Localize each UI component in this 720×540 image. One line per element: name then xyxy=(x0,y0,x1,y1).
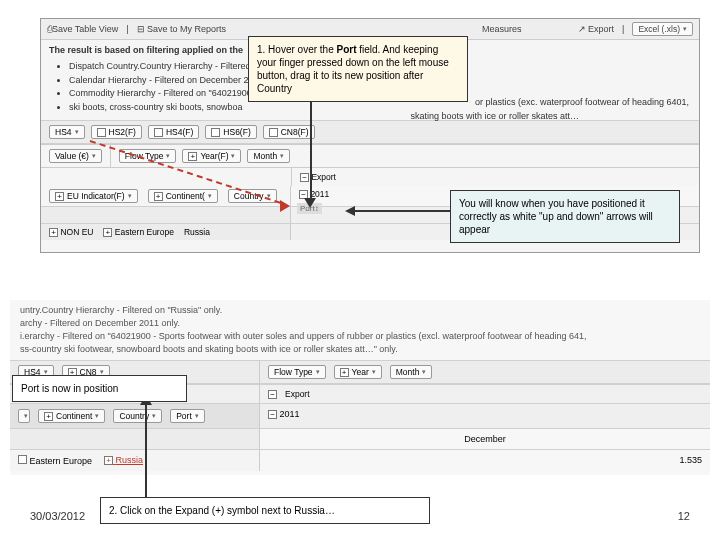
export-row: Export xyxy=(41,167,699,186)
footer-page-number: 12 xyxy=(678,510,690,522)
measures-label: Measures xyxy=(482,24,522,34)
export-cell[interactable]: Export xyxy=(311,172,336,182)
bottom-year-row: Continent Country Port 2011 xyxy=(10,404,710,429)
russia-cell[interactable]: Russia xyxy=(184,227,210,237)
port-bottom[interactable]: Port xyxy=(170,409,205,423)
year-pill[interactable]: Year(F) xyxy=(182,149,241,163)
year-val-bottom[interactable]: 2011 xyxy=(280,409,300,419)
eastern-bottom[interactable]: Eastern Europe xyxy=(30,456,93,466)
hs-row: HS4 HS2(F) HS4(F) HS6(F) CN8(F) xyxy=(41,120,699,144)
cn8f-pill[interactable]: CN8(F) xyxy=(263,125,315,139)
december-bottom: December xyxy=(260,429,710,449)
arrow-up-line-icon xyxy=(145,398,147,498)
hs4f-pill[interactable]: HS4(F) xyxy=(148,125,199,139)
arrow-down-icon xyxy=(310,100,312,200)
bottom-data-row: Eastern Europe Russia 1.535 xyxy=(10,450,710,471)
blank-pill[interactable] xyxy=(18,409,30,423)
hs2f-pill[interactable]: HS2(F) xyxy=(91,125,142,139)
callout-expand-russia: 2. Click on the Expand (+) symbol next t… xyxy=(100,497,430,524)
country-bottom[interactable]: Country xyxy=(113,409,162,423)
country-pill[interactable]: Country xyxy=(228,189,277,203)
bottom-month-row: December xyxy=(10,429,710,450)
noneu-cell[interactable]: NON EU xyxy=(60,227,93,237)
save-reports-link[interactable]: ⊟ Save to My Reports xyxy=(137,24,227,34)
footer-date: 30/03/2012 xyxy=(30,510,85,522)
callout-arrows-appear: You will know when you have positioned i… xyxy=(450,190,680,243)
month-pill[interactable]: Month xyxy=(247,149,290,163)
eastern-cell[interactable]: Eastern Europe xyxy=(115,227,174,237)
bottom-filter-text: untry.Country Hierarchy - Filtered on "R… xyxy=(10,300,710,360)
callout-hover-port: 1. Hover over the Port field. And keepin… xyxy=(248,36,468,102)
flow-type-bottom[interactable]: Flow Type xyxy=(268,365,326,379)
eu-indicator-pill[interactable]: EU Indicator(F) xyxy=(49,189,138,203)
month-bottom[interactable]: Month xyxy=(390,365,433,379)
bullet-tail2: skating boots with ice or roller skates … xyxy=(410,111,579,121)
arrowhead-down-icon xyxy=(304,198,316,208)
export-link[interactable]: ↗ Export xyxy=(578,24,615,34)
russia-bottom[interactable]: Russia xyxy=(116,455,144,465)
hs4-pill[interactable]: HS4 xyxy=(49,125,85,139)
hs6f-pill[interactable]: HS6(F) xyxy=(205,125,256,139)
arrow-left-icon xyxy=(350,210,450,212)
value-pill[interactable]: Value (€) xyxy=(49,149,102,163)
red-arrowhead-icon xyxy=(280,200,290,212)
export-format-select[interactable]: Excel (.xls) xyxy=(632,22,693,36)
save-table-view-link[interactable]: ⎙Save Table View xyxy=(47,24,118,34)
expand-russia-icon[interactable] xyxy=(104,456,113,465)
export-bottom[interactable]: Export xyxy=(285,389,310,399)
value-bottom: 1.535 xyxy=(260,450,710,471)
continent-pill[interactable]: Continent( xyxy=(148,189,218,203)
callout-port-position: Port is now in position xyxy=(12,375,187,402)
continent-bottom[interactable]: Continent xyxy=(38,409,105,423)
year-bottom[interactable]: Year xyxy=(334,365,382,379)
arrowhead-left-icon xyxy=(345,206,355,216)
bullet-tail: or plastics (exc. waterproof footwear of… xyxy=(475,97,689,107)
